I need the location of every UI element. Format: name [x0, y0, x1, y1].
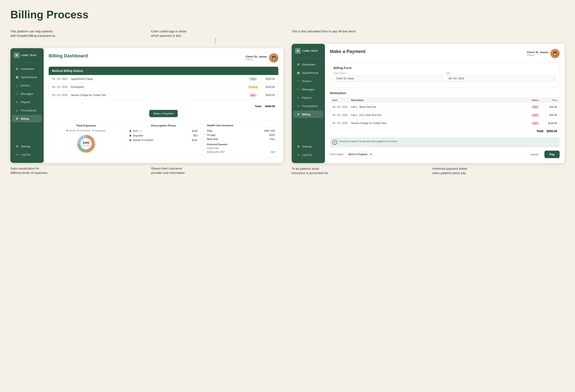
care-tech-icon-right: ✚	[295, 48, 301, 54]
sidebar-item-billing-r[interactable]: $ Billing	[293, 111, 323, 118]
sidebar-label-billing: Billing	[21, 117, 29, 120]
annotation-left-bottom-2: Shares their insurance provider and info…	[151, 166, 284, 175]
insurance-card: Health Care Insurance Plan HMO 330 Co-pa…	[204, 120, 278, 158]
itemization-section: Itemization Date Description Status Pric…	[330, 91, 560, 135]
donut-label: $400 Total Fees	[82, 141, 90, 146]
card-title-prescriptions: Prescription Prices	[129, 124, 197, 127]
logout-icon: ↪	[15, 153, 19, 156]
sidebar-item-messages-r[interactable]: □ Messages	[293, 86, 323, 93]
billing-total: Total: $400.00	[49, 103, 278, 110]
sidebar-item-settings-r[interactable]: ⚙ Settings	[293, 143, 323, 150]
sidebar-item-logout[interactable]: ↪ Log Out	[12, 151, 42, 158]
sidebar-item-dashboard-r[interactable]: ⊞ Dashboard	[293, 61, 323, 68]
sidebar-right: ✚ CARE TECH ⊞ Dashboard ▦ Appointments ○…	[292, 44, 325, 163]
status-badge: Due	[531, 105, 539, 109]
annotation-right-top: This is the calculated form to pay off d…	[292, 29, 565, 33]
dashboard-icon: ⊞	[15, 67, 19, 70]
list-item: Novolin R FlexPen $150	[129, 139, 197, 142]
item-status: Due	[528, 121, 543, 125]
sidebar-item-messages[interactable]: □ Messages	[12, 90, 42, 97]
avatar-right: 👩	[550, 49, 560, 58]
prescription-prices-card: Prescription Prices GLP - 1 $100 Ibuprof…	[126, 120, 201, 158]
insurance-notice-icon: ℹ	[332, 140, 337, 145]
doctors-icon-r: ○	[297, 79, 300, 83]
sidebar-item-settings[interactable]: ⚙ Settings	[12, 142, 42, 150]
pay-button[interactable]: Pay	[544, 151, 560, 158]
sidebar-item-doctors-r[interactable]: ○ Doctors	[293, 77, 323, 85]
form-group-date: Date	[446, 72, 556, 82]
appointments-icon: ▦	[15, 75, 19, 79]
annotation-right-bottom-1: To let patients know insurance is accoun…	[292, 166, 424, 175]
sidebar-label-doctors: Doctors	[21, 84, 30, 87]
table-row: 05 / 15 / 2024 Service Charge for Cortis…	[49, 91, 278, 99]
row-date: 05 / 15 / 2024	[52, 77, 71, 80]
care-tech-icon: ✚	[14, 52, 20, 58]
user-role-right: Patient	[527, 54, 548, 56]
sidebar-item-prescriptions-r[interactable]: ◇ Prescriptions	[293, 102, 323, 110]
prescription-name: Ibuprofen	[133, 134, 192, 137]
col-header-status: Status	[528, 99, 543, 101]
reports-icon-r: ∿	[297, 96, 300, 99]
row-date: 05 / 15 / 2024	[52, 86, 71, 89]
row-amount: $100.00	[260, 77, 275, 80]
status-badge-pending: Pending	[247, 85, 259, 89]
sidebar-label-appointments-r: Appointments	[302, 71, 319, 74]
sidebar-item-appointments-r[interactable]: ▦ Appointments	[293, 69, 323, 76]
sidebar-logo: ✚ CARE TECH	[10, 52, 44, 63]
form-status-select[interactable]: Work In-Progress	[345, 151, 374, 158]
total-amount: $400.00	[265, 105, 275, 108]
sidebar-item-billing[interactable]: $ Billing	[12, 115, 42, 122]
sidebar-label-settings: Settings	[21, 145, 31, 148]
sidebar-item-logout-r[interactable]: ↪ Log Out	[293, 151, 323, 159]
card-ending-row: Ending with 1053 Edit	[207, 151, 275, 153]
sidebar-item-reports[interactable]: ∿ Reports	[12, 98, 42, 106]
cancel-button[interactable]: Cancel	[527, 151, 542, 158]
annotation-right-bottom-2: Preferred payment linked when patients p…	[432, 166, 565, 175]
prescription-name: Novolin R FlexPen	[133, 139, 190, 142]
patient-name-input[interactable]	[334, 75, 444, 82]
sidebar-logo-text: CARE TECH	[21, 54, 36, 56]
item-status: Due	[528, 113, 543, 117]
logout-icon-r: ↪	[297, 153, 300, 156]
dashboard-title: Billing Dashboard	[49, 53, 88, 59]
sidebar-item-prescriptions[interactable]: ◇ Prescriptions	[12, 107, 42, 114]
table-row: 05 / 15 / 2024 Appointment Copay Paid $1…	[49, 75, 278, 83]
insurance-more-row: More Info Plan	[207, 138, 275, 141]
annotation-below-right: To let patients know insurance is accoun…	[292, 166, 565, 175]
sidebar-logo-right: ✚ CARE TECH	[292, 48, 325, 58]
payment-title: Preferred Payment	[207, 143, 275, 146]
total-label: Total:	[536, 129, 544, 133]
sidebar-item-appointments[interactable]: ▦ Appointments	[12, 73, 42, 81]
col-header-date: Date	[332, 99, 351, 101]
status-badge-paid: Paid	[249, 77, 257, 81]
sidebar-label-prescriptions-r: Prescriptions	[302, 104, 318, 108]
itemization-title: Itemization	[330, 91, 560, 95]
total-value: $200.00	[547, 129, 557, 133]
edit-button[interactable]: Edit	[271, 151, 275, 153]
donut-chart: $400 Total Fees	[76, 133, 96, 154]
table-row: 05 / 15 / 2024 Lab 2 - A1C Level Test Fe…	[330, 111, 560, 119]
sidebar-item-doctors[interactable]: ○ Doctors	[12, 82, 42, 89]
insurance-notice-text: Insurance support has already been appli…	[339, 140, 397, 143]
sidebar-label-messages: Messages	[21, 92, 33, 95]
avatar: 👩	[269, 53, 278, 63]
sidebar-label-dashboard-r: Dashboard	[302, 63, 315, 66]
prescription-price: $100	[192, 130, 197, 133]
sidebar-label-reports: Reports	[21, 101, 30, 104]
billing-icon: $	[15, 117, 19, 120]
billing-table: 05 / 15 / 2024 Appointment Copay Paid $1…	[49, 75, 278, 99]
item-price: $30.00	[543, 106, 557, 108]
total-label: Total:	[255, 105, 262, 108]
user-info: Cherri St. James Patient 👩	[245, 53, 278, 63]
date-input[interactable]	[446, 75, 556, 82]
prescription-dot	[129, 139, 131, 141]
sidebar-item-dashboard[interactable]: ⊞ Dashboard	[12, 65, 42, 72]
card-title-insurance: Health Care Insurance	[207, 124, 275, 127]
form-footer: Form Status Work In-Progress Cancel Pay	[330, 151, 560, 158]
item-total: Total: $200.00	[330, 127, 560, 135]
plan-value: HMO 330	[264, 129, 275, 132]
bottom-cards: Total Expenses Services Prescriptions Ap…	[49, 120, 278, 158]
sidebar-item-reports-r[interactable]: ∿ Reports	[293, 94, 323, 101]
make-payment-button[interactable]: Make a Payment	[149, 110, 178, 117]
user-name: Cherri St. James	[245, 55, 267, 58]
